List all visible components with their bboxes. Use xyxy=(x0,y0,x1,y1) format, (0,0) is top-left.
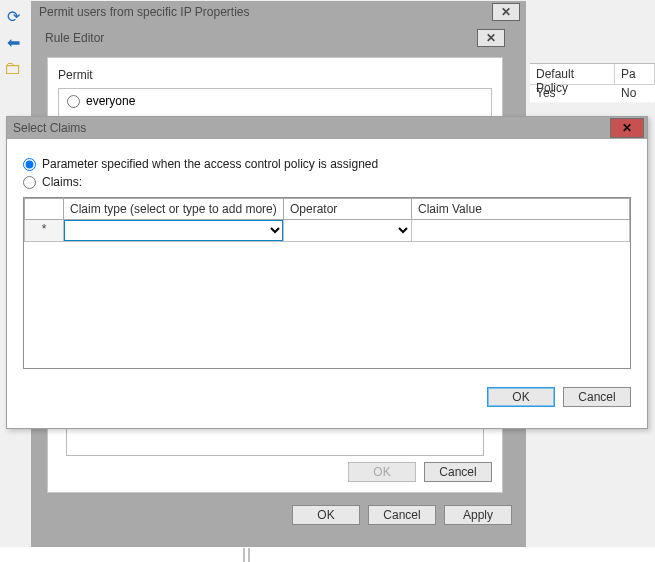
rule-editor-title-text: Rule Editor xyxy=(45,31,104,45)
claims-grid-new-row: * xyxy=(24,220,630,242)
close-icon: ✕ xyxy=(501,5,511,19)
claim-value-input[interactable] xyxy=(412,220,629,241)
rule-editor-cancel-button[interactable]: Cancel xyxy=(424,462,492,482)
select-claims-close-button[interactable]: ✕ xyxy=(611,119,643,137)
select-claims-ok-button[interactable]: OK xyxy=(487,387,555,407)
claims-grid: Claim type (select or type to add more) … xyxy=(23,197,631,369)
col-claim-value[interactable]: Claim Value xyxy=(412,198,630,220)
select-claims-cancel-button[interactable]: Cancel xyxy=(563,387,631,407)
select-claims-titlebar: Select Claims ✕ xyxy=(7,117,647,139)
policy-row-cell2: No xyxy=(615,85,642,102)
select-claims-dialog: Select Claims ✕ Parameter specified when… xyxy=(6,116,648,429)
properties-title-text: Permit users from specific IP Properties xyxy=(39,5,250,19)
permit-label: Permit xyxy=(58,68,492,82)
col-claim-type[interactable]: Claim type (select or type to add more) xyxy=(64,198,284,220)
option-claims-label: Claims: xyxy=(42,175,82,189)
properties-button-row: OK Cancel Apply xyxy=(39,505,518,525)
operator-select[interactable] xyxy=(284,220,411,241)
properties-apply-button[interactable]: Apply xyxy=(444,505,512,525)
folder-icon[interactable]: 🗀 xyxy=(3,58,23,78)
claim-type-select[interactable] xyxy=(64,220,283,241)
policy-list: Default Policy Pa Yes No xyxy=(530,63,655,103)
select-claims-title: Select Claims xyxy=(13,121,86,135)
properties-close-button[interactable]: ✕ xyxy=(492,3,520,21)
permit-everyone-label: everyone xyxy=(86,94,135,108)
cell-claim-value[interactable] xyxy=(412,220,630,242)
close-icon: ✕ xyxy=(622,121,632,135)
tree-connector xyxy=(248,548,250,562)
col-p2[interactable]: Pa xyxy=(615,64,655,84)
claims-grid-header: Claim type (select or type to add more) … xyxy=(24,198,630,220)
select-claims-button-row: OK Cancel xyxy=(7,379,647,407)
cell-claim-type[interactable] xyxy=(64,220,284,242)
rule-editor-button-row: OK Cancel xyxy=(58,462,492,482)
back-arrow-icon[interactable]: ⬅ xyxy=(3,32,23,52)
policy-row[interactable]: Yes No xyxy=(530,85,655,103)
tree-connector xyxy=(243,548,245,562)
permit-everyone-radio[interactable] xyxy=(67,95,80,108)
properties-cancel-button[interactable]: Cancel xyxy=(368,505,436,525)
option-parameter-row[interactable]: Parameter specified when the access cont… xyxy=(23,157,631,171)
permit-everyone-option[interactable]: everyone xyxy=(67,94,135,108)
rule-editor-close-button[interactable]: ✕ xyxy=(477,29,505,47)
properties-title: Permit users from specific IP Properties… xyxy=(31,1,526,26)
rule-editor-title: Rule Editor ✕ xyxy=(37,27,513,52)
select-claims-body: Parameter specified when the access cont… xyxy=(7,139,647,379)
option-parameter-radio[interactable] xyxy=(23,158,36,171)
cell-operator[interactable] xyxy=(284,220,412,242)
close-icon: ✕ xyxy=(486,31,496,45)
option-parameter-label: Parameter specified when the access cont… xyxy=(42,157,378,171)
properties-ok-button[interactable]: OK xyxy=(292,505,360,525)
refresh-icon[interactable]: ⟳ xyxy=(3,6,23,26)
policy-row-cell: Yes xyxy=(530,85,615,102)
rule-editor-ok-button: OK xyxy=(348,462,416,482)
col-default-policy[interactable]: Default Policy xyxy=(530,64,615,84)
col-operator[interactable]: Operator xyxy=(284,198,412,220)
toolbar: ⟳ ⬅ 🗀 xyxy=(3,6,23,78)
col-row-marker[interactable] xyxy=(24,198,64,220)
row-marker: * xyxy=(24,220,64,242)
option-claims-radio[interactable] xyxy=(23,176,36,189)
option-claims-row[interactable]: Claims: xyxy=(23,175,631,189)
